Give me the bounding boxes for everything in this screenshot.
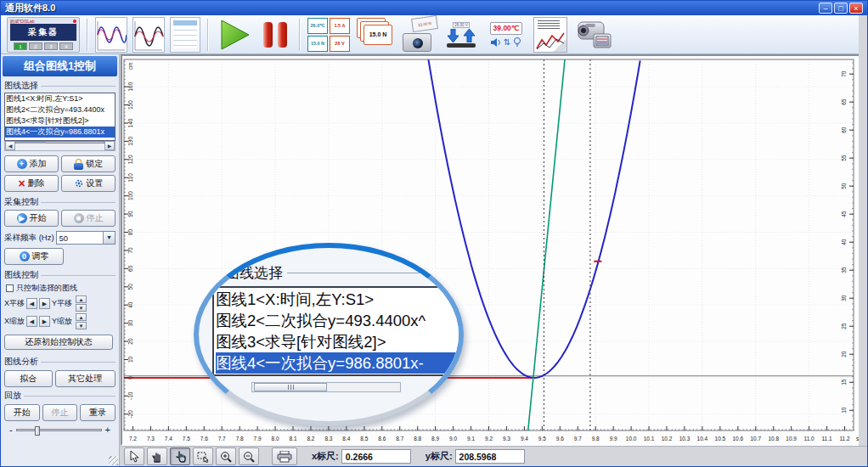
marquee-zoom-button[interactable] [193, 447, 213, 465]
collector-device-button[interactable]: 朗威*DISLab 采集器 1 2 3 4 [7, 17, 80, 53]
y-pan-label: Y平移 [52, 298, 72, 309]
x-tick-label: 10.2 [662, 436, 673, 442]
y-left-tick-label: 160 [127, 82, 133, 91]
playback-section-label: 回放 [4, 390, 116, 402]
experiment-report-button[interactable] [533, 17, 567, 53]
x-pan-left-button[interactable]: ◀ [26, 298, 37, 309]
snapshot-camera-button[interactable]: 15.00 N [399, 17, 438, 53]
thermometer-display-button[interactable]: 39.00℃ ⇅ [484, 17, 528, 53]
hand-icon [152, 451, 163, 463]
x-zoom-out-button[interactable]: ◀ [26, 316, 37, 327]
y-left-unit: cm [127, 63, 133, 70]
playback-speed-slider[interactable] [16, 429, 102, 431]
curve-control-label: 图线控制 [4, 269, 116, 281]
derivative-line [528, 59, 565, 430]
x-tick-label: 9.3 [503, 436, 510, 442]
curve-list-item[interactable]: 图线3<求导[针对图线2]> [5, 115, 115, 127]
x-zoom-in-button[interactable]: ▶ [39, 316, 50, 327]
restore-control-button[interactable]: 还原初始控制状态 [4, 335, 113, 350]
y-pan-up-button[interactable]: ▲ [76, 295, 87, 303]
x-pan-label: X平移 [4, 298, 25, 309]
x-tick-label: 8.3 [324, 436, 332, 442]
point-select-button[interactable] [170, 447, 190, 465]
x-tick-label: 9.8 [592, 436, 600, 442]
x-tick-label: 11.0 [804, 436, 815, 442]
stop-button[interactable]: ■停止 [61, 210, 116, 227]
x-tick-label: 9.9 [610, 436, 617, 442]
only-selected-checkbox[interactable] [6, 284, 14, 292]
zero-adjust-button[interactable]: 0调零 [4, 248, 64, 265]
status-toolbar: x标尺: 0.2666 y标尺: 208.5968 [121, 446, 867, 466]
y-left-tick-label: -10 [127, 391, 133, 400]
x-tick-label: 9.1 [467, 436, 475, 442]
zoom-in-icon [220, 451, 232, 463]
waveform-chart-button[interactable] [95, 17, 127, 53]
scroll-right-icon[interactable]: ▶ [104, 141, 115, 150]
slider-plus-label: + [105, 425, 110, 435]
x-ruler-value[interactable]: 0.2666 [341, 449, 411, 464]
other-processing-button[interactable]: 其它处理 [55, 370, 116, 387]
pause-capture-button[interactable] [258, 17, 292, 53]
select-cursor-button[interactable] [124, 447, 144, 465]
big-display-button[interactable]: 15.0 N [355, 17, 394, 53]
y-pan-down-button[interactable]: ▼ [76, 304, 87, 312]
settings-button[interactable]: 设置 [61, 175, 116, 192]
play-icon [217, 17, 252, 53]
magnifier-bubble: 图线选择 图线1<X:时间,左Y:S1>图线2<二次拟合y=493.4400x^… [194, 243, 464, 426]
curve-list-item[interactable]: 图线1<X:时间,左Y:S1> [5, 93, 115, 104]
bubble-scrollbar-thumb [254, 383, 327, 391]
start-button[interactable]: ▶开始 [4, 210, 59, 227]
play-circle-icon: ▶ [17, 213, 27, 223]
playback-stop-button[interactable]: 停止 [42, 404, 78, 421]
y-right-tick-label: 45 [841, 211, 847, 217]
y-zoom-in-button[interactable]: ▲ [76, 313, 87, 321]
y-ruler-value[interactable]: 208.5968 [455, 449, 525, 464]
zoom-out-button[interactable] [239, 447, 259, 465]
waveform-chart-button-2[interactable] [132, 17, 165, 53]
capture-section-label: 采集控制 [4, 196, 116, 208]
data-transfer-button[interactable]: 26.00 V [443, 17, 479, 53]
meters-display-button[interactable]: 26.0℃ 1.5 A 15.0 N 26 V [307, 18, 350, 52]
curve-list-item[interactable]: 图线2<二次拟合y=493.4400x [5, 104, 115, 115]
delete-curve-button[interactable]: ×删除 [4, 175, 59, 192]
fit-button[interactable]: 拟合 [4, 370, 53, 387]
scrollbar-thumb[interactable] [17, 142, 46, 143]
add-curve-button[interactable]: +添加 [4, 155, 59, 172]
resize-grip[interactable] [109, 456, 118, 465]
x-tick-label: 8.7 [396, 436, 403, 442]
y-right-tick-label: 50 [841, 183, 847, 189]
x-tick-label: 8.1 [290, 436, 297, 442]
x-pan-right-button[interactable]: ▶ [39, 298, 50, 309]
chevron-down-icon[interactable]: ▼ [103, 232, 115, 244]
camcorder-icon [573, 17, 614, 53]
close-button[interactable]: × [849, 3, 863, 14]
temperature-readout: 39.00℃ [490, 22, 523, 35]
title-bar[interactable]: 通用软件8.0 – □ × [1, 1, 867, 15]
playback-start-button[interactable]: 开始 [4, 404, 40, 421]
curve-list-scrollbar[interactable]: ◀ ▶ [4, 141, 116, 151]
rerecord-button[interactable]: 重录 [80, 404, 116, 421]
lock-curve-button[interactable]: 锁定 [61, 155, 116, 172]
curve-list-item[interactable]: 图线4<一次拟合y=986.8801x [5, 127, 115, 138]
start-capture-button[interactable] [216, 17, 253, 53]
x-tick-label: 7.6 [200, 436, 208, 442]
temperature-meter: 26.0℃ [307, 18, 328, 34]
sample-rate-select[interactable]: 50▼ [56, 231, 116, 245]
slider-thumb[interactable] [35, 426, 40, 436]
minimize-button[interactable]: – [819, 3, 832, 14]
voltage-meter: 26 V [330, 36, 350, 52]
pause-icon [263, 22, 273, 48]
x-tick-label: 8.5 [360, 436, 368, 442]
curve-list[interactable]: 图线1<X:时间,左Y:S1>图线2<二次拟合y=493.4400x图线3<求导… [4, 93, 116, 141]
app-window: 通用软件8.0 – □ × 朗威*DISLab 采集器 1 2 3 4 [0, 0, 868, 467]
y-zoom-out-button[interactable]: ▼ [76, 322, 87, 329]
video-camera-button[interactable] [572, 17, 615, 53]
print-button[interactable] [272, 447, 297, 465]
zoom-in-button[interactable] [216, 447, 236, 465]
maximize-button[interactable]: □ [834, 3, 848, 14]
pan-hand-button[interactable] [147, 447, 167, 465]
data-table-button[interactable] [170, 17, 200, 53]
x-tick-label: 9.6 [556, 436, 564, 442]
scroll-left-icon[interactable]: ◀ [5, 141, 15, 150]
x-tick-label: 10.6 [732, 436, 743, 442]
